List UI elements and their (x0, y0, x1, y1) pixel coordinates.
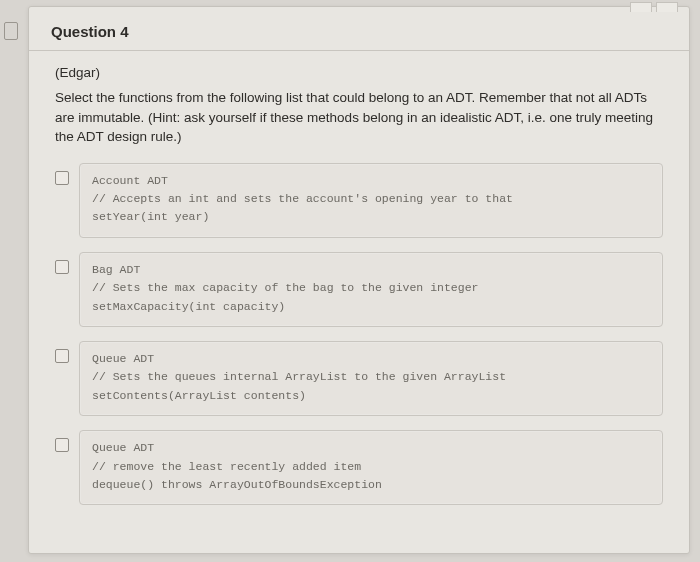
option-code: Bag ADT // Sets the max capacity of the … (92, 261, 650, 316)
option-code: Queue ADT // remove the least recently a… (92, 439, 650, 494)
option-row: Queue ADT // Sets the queues internal Ar… (55, 341, 663, 416)
option-card[interactable]: Account ADT // Accepts an int and sets t… (79, 163, 663, 238)
option-row: Account ADT // Accepts an int and sets t… (55, 163, 663, 238)
flag-icon[interactable] (4, 22, 18, 40)
tab-stub (656, 2, 678, 12)
checkbox-option-3[interactable] (55, 349, 69, 363)
tab-stub (630, 2, 652, 12)
option-card[interactable]: Queue ADT // remove the least recently a… (79, 430, 663, 505)
question-body: (Edgar) Select the functions from the fo… (29, 51, 689, 527)
option-card[interactable]: Queue ADT // Sets the queues internal Ar… (79, 341, 663, 416)
question-author: (Edgar) (55, 65, 663, 80)
option-row: Bag ADT // Sets the max capacity of the … (55, 252, 663, 327)
question-header: Question 4 (29, 7, 689, 51)
option-row: Queue ADT // remove the least recently a… (55, 430, 663, 505)
option-code: Queue ADT // Sets the queues internal Ar… (92, 350, 650, 405)
question-card: Question 4 (Edgar) Select the functions … (28, 6, 690, 554)
checkbox-option-4[interactable] (55, 438, 69, 452)
flag-gutter (4, 22, 18, 40)
checkbox-option-2[interactable] (55, 260, 69, 274)
checkbox-option-1[interactable] (55, 171, 69, 185)
option-code: Account ADT // Accepts an int and sets t… (92, 172, 650, 227)
question-title: Question 4 (51, 23, 667, 40)
option-card[interactable]: Bag ADT // Sets the max capacity of the … (79, 252, 663, 327)
question-prompt: Select the functions from the following … (55, 88, 663, 147)
window-tabs (630, 2, 678, 12)
